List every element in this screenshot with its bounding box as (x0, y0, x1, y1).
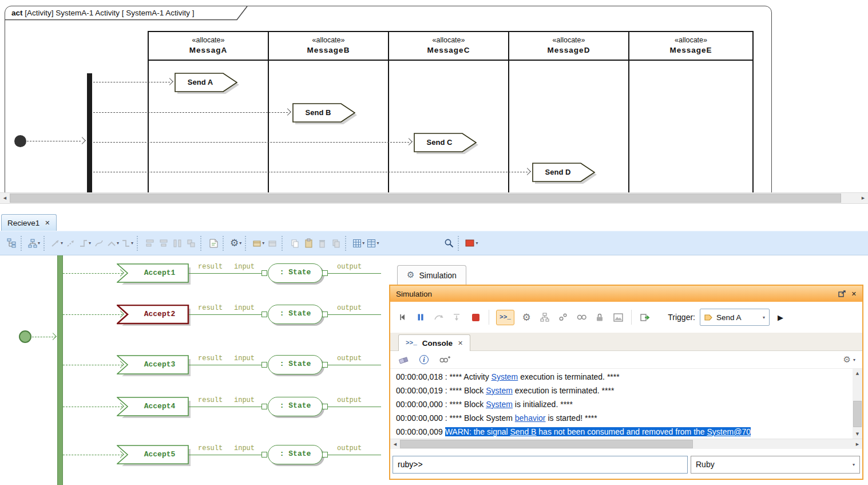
connector-tool-button[interactable]: ▾ (78, 236, 92, 251)
gear-icon[interactable]: ⚙ (843, 356, 851, 364)
send-signal-action[interactable]: Send D (532, 163, 599, 184)
align-button[interactable] (143, 236, 157, 251)
input-pin[interactable] (261, 311, 267, 317)
scrollbar-thumb[interactable] (400, 440, 693, 448)
scroll-left-button[interactable]: ◀ (390, 439, 400, 449)
pause-button[interactable] (414, 310, 427, 324)
scroll-up-button[interactable]: ▲ (853, 369, 862, 378)
partition-header[interactable]: «allocate» MessagA (149, 32, 268, 61)
object-flow[interactable] (328, 407, 381, 407)
state-action[interactable]: : State (268, 263, 323, 283)
object-flow[interactable] (328, 455, 381, 455)
horizontal-scrollbar[interactable]: ◀ ▶ (0, 192, 868, 204)
initial-node[interactable] (14, 135, 26, 147)
align-button[interactable] (171, 236, 184, 251)
output-pin[interactable] (322, 270, 328, 276)
object-flow[interactable] (189, 273, 261, 274)
tab-recieve1[interactable]: Recieve1 ✕ (1, 214, 57, 231)
step-back-button[interactable] (396, 310, 409, 324)
console-vertical-scrollbar[interactable]: ▲ ▼ (853, 369, 862, 439)
clone-button[interactable] (329, 236, 343, 251)
tab-close-icon[interactable]: ✕ (458, 340, 463, 347)
tab-simulation[interactable]: ⚙ Simulation (397, 265, 466, 285)
state-action[interactable]: : State (268, 397, 323, 416)
export-results-button[interactable] (639, 310, 651, 324)
info-button[interactable]: i (418, 353, 430, 366)
breakpoints-button[interactable] (575, 310, 588, 324)
send-signal-action[interactable]: Send B (292, 103, 359, 125)
close-panel-icon[interactable]: ✕ (851, 290, 857, 298)
object-flow[interactable] (189, 314, 261, 315)
output-pin[interactable] (322, 362, 328, 368)
step-over-button[interactable] (433, 310, 445, 324)
object-flow[interactable] (328, 365, 381, 365)
delete-button[interactable] (315, 236, 329, 251)
initial-node[interactable] (19, 330, 31, 343)
connector-tool-button[interactable] (64, 236, 78, 251)
simulation-options-gear-icon[interactable]: ⚙ (520, 310, 533, 324)
publish-button[interactable]: ▾ (251, 236, 265, 251)
play-button[interactable]: ▶ (778, 313, 783, 322)
partition-header[interactable]: «allocate» MessageB (269, 32, 388, 61)
scrollbar-thumb[interactable] (853, 401, 862, 427)
console-input[interactable] (393, 456, 688, 474)
input-pin[interactable] (261, 362, 267, 368)
scrollbar-thumb[interactable] (10, 194, 841, 203)
fork-node[interactable] (57, 255, 63, 485)
control-flow[interactable] (93, 82, 170, 82)
simulation-panel-header[interactable]: Simulation ✕ (390, 286, 862, 302)
accept-event-action[interactable]: Accept3 (117, 355, 192, 378)
partition-header[interactable]: «allocate» MessageE (629, 32, 752, 61)
control-flow[interactable] (63, 314, 122, 315)
diagram-options-button[interactable]: ⚙▾ (229, 236, 243, 251)
control-flow[interactable] (63, 455, 122, 455)
partition-header[interactable]: «allocate» MessageD (509, 32, 628, 61)
state-action[interactable]: : State (268, 305, 323, 324)
partition-header[interactable]: «allocate» MessageC (389, 32, 508, 61)
log-link[interactable]: Send B (510, 427, 537, 436)
console-toggle-button[interactable]: >>_ (496, 310, 514, 325)
control-flow[interactable] (93, 142, 409, 143)
control-flow[interactable] (93, 172, 528, 172)
log-link[interactable]: System@70 (707, 427, 751, 436)
console-horizontal-scrollbar[interactable]: ◀ ▶ (390, 439, 862, 449)
report-button[interactable] (265, 236, 279, 251)
object-flow[interactable] (189, 365, 261, 365)
layout-button[interactable]: ▾ (27, 236, 41, 251)
step-into-button[interactable] (451, 310, 463, 324)
containment-tree-button[interactable] (5, 236, 18, 251)
color-swatch-button[interactable]: ▾ (464, 236, 479, 251)
connector-tool-button[interactable] (92, 236, 106, 251)
object-flow[interactable] (328, 314, 381, 315)
output-pin[interactable] (322, 311, 328, 317)
model-structure-button[interactable] (538, 310, 551, 324)
animation-image-button[interactable] (612, 310, 624, 324)
output-pin[interactable] (322, 404, 328, 409)
grid-button[interactable]: ▾ (351, 236, 366, 251)
accept-event-action[interactable]: Accept4 (117, 397, 192, 420)
input-pin[interactable] (261, 404, 267, 409)
add-watch-button[interactable] (438, 353, 451, 366)
language-select[interactable]: Ruby ▾ (691, 456, 860, 474)
zoom-button[interactable] (442, 236, 455, 251)
state-action[interactable]: : State (268, 445, 323, 464)
scroll-right-button[interactable]: ▶ (853, 439, 862, 449)
object-flow[interactable] (189, 455, 261, 455)
object-flow[interactable] (328, 273, 381, 274)
float-panel-button[interactable] (838, 290, 846, 297)
connector-tool-button[interactable]: ▾ (120, 236, 134, 251)
scroll-down-button[interactable]: ▼ (853, 429, 862, 439)
copy-button[interactable] (288, 236, 302, 251)
connector-tool-button[interactable]: ▾ (106, 236, 120, 251)
log-link[interactable]: behavior (515, 413, 546, 423)
send-signal-action[interactable]: Send C (414, 133, 480, 155)
scroll-left-button[interactable]: ◀ (0, 193, 10, 203)
connector-tool-button[interactable]: ▾ (50, 236, 64, 251)
control-flow[interactable] (63, 273, 122, 274)
variables-button[interactable] (557, 310, 569, 324)
tab-console[interactable]: >>_ Console ✕ (398, 334, 470, 351)
log-link[interactable]: System (486, 386, 513, 395)
object-flow[interactable] (189, 407, 261, 407)
input-pin[interactable] (261, 452, 267, 458)
accept-event-action[interactable]: Accept5 (117, 445, 192, 468)
